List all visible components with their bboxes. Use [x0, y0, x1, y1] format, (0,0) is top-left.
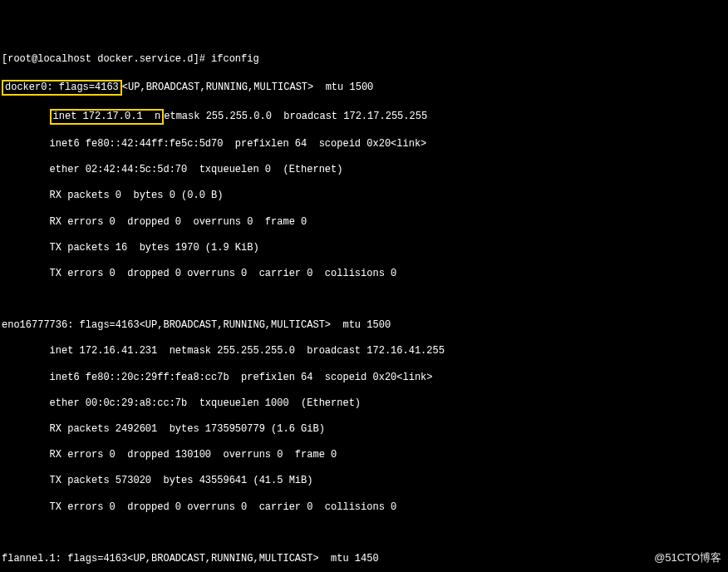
eno-txe: TX errors 0 dropped 0 overruns 0 carrier…	[2, 501, 726, 515]
blank	[2, 293, 726, 307]
blank	[2, 527, 726, 540]
docker0-rxe: RX errors 0 dropped 0 overruns 0 frame 0	[2, 216, 726, 229]
eno-ether: ether 00:0c:29:a8:cc:7b txqueuelen 1000 …	[2, 397, 726, 411]
docker0-inet6: inet6 fe80::42:44ff:fe5c:5d70 prefixlen …	[2, 138, 726, 151]
watermark: @51CTO博客	[654, 551, 721, 565]
flannel-header: flannel.1: flags=4163<UP,BROADCAST,RUNNI…	[2, 553, 726, 566]
eno-rxe: RX errors 0 dropped 130100 overruns 0 fr…	[2, 449, 726, 462]
eno-header: eno16777736: flags=4163<UP,BROADCAST,RUN…	[2, 319, 726, 333]
docker0-header: docker0: flags=4163<UP,BROADCAST,RUNNING…	[2, 80, 726, 96]
docker0-ether: ether 02:42:44:5c:5d:70 txqueuelen 0 (Et…	[2, 164, 726, 177]
command-text: ifconfig	[211, 53, 259, 65]
eno-inet6: inet6 fe80::20c:29ff:fea8:cc7b prefixlen…	[2, 372, 726, 385]
shell-prompt: [root@localhost docker.service.d]#	[2, 53, 211, 65]
docker0-rxp: RX packets 0 bytes 0 (0.0 B)	[2, 190, 726, 203]
docker0-inet: inet 172.17.0.1 netmask 255.255.0.0 broa…	[2, 109, 726, 126]
eno-txp: TX packets 573020 bytes 43559641 (41.5 M…	[2, 475, 726, 488]
prompt-line: [root@localhost docker.service.d]# ifcon…	[2, 53, 726, 67]
docker0-txp: TX packets 16 bytes 1970 (1.9 KiB)	[2, 242, 726, 255]
docker0-txe: TX errors 0 dropped 0 overruns 0 carrier…	[2, 268, 726, 281]
docker0-flags-highlight: docker0: flags=4163	[2, 80, 122, 96]
eno-inet: inet 172.16.41.231 netmask 255.255.255.0…	[2, 345, 726, 358]
docker0-inet-highlight: inet 172.17.0.1 n	[50, 109, 165, 126]
eno-rxp: RX packets 2492601 bytes 1735950779 (1.6…	[2, 423, 726, 436]
